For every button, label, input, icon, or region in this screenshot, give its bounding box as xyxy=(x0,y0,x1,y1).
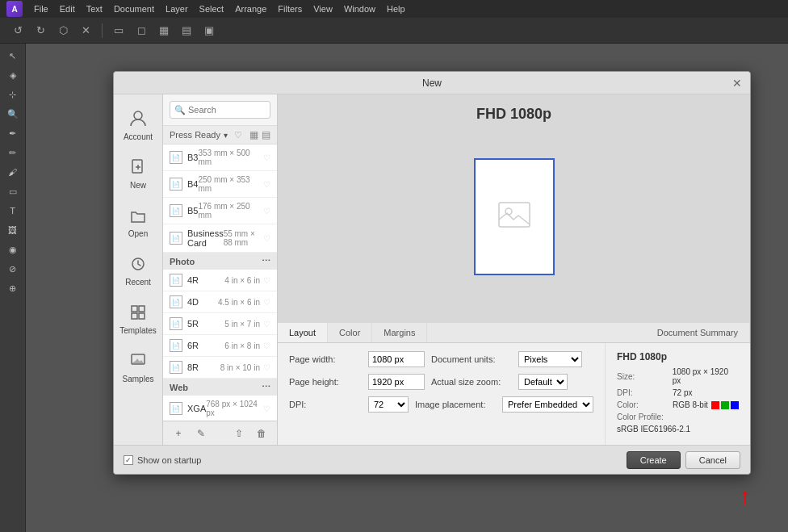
template-size-xga: 768 px × 1024 px xyxy=(206,400,260,417)
dialog-close-button[interactable]: ✕ xyxy=(731,77,744,90)
template-delete-button[interactable]: 🗑 xyxy=(253,425,270,442)
toolbar-btn-3[interactable]: ⬡ xyxy=(53,21,73,40)
template-item-4d[interactable]: 📄 4D 4.5 in × 6 in ♡ xyxy=(163,291,277,313)
template-name-b5: B5 xyxy=(187,206,198,216)
nav-samples[interactable]: Samples xyxy=(114,345,162,388)
tool-shape[interactable]: ▭ xyxy=(2,182,23,200)
category-web-icon[interactable]: ⋯ xyxy=(262,382,270,392)
toolbar-btn-9[interactable]: ▣ xyxy=(199,21,219,40)
template-add-button[interactable]: + xyxy=(170,425,187,442)
filter-icons: ▦ ▤ xyxy=(249,129,270,140)
menu-document[interactable]: Document xyxy=(109,2,159,15)
dialog-bottom-bar: ✓ Show on startup Create Cancel xyxy=(114,445,750,474)
account-icon xyxy=(127,107,149,130)
toolbar-btn-8[interactable]: ▤ xyxy=(177,21,196,40)
list-view-icon[interactable]: ▤ xyxy=(262,129,270,140)
toolbar-btn-4[interactable]: ✕ xyxy=(76,21,95,40)
toolbar-btn-6[interactable]: ◻ xyxy=(132,21,151,40)
menu-file[interactable]: File xyxy=(29,2,53,15)
menu-edit[interactable]: Edit xyxy=(55,2,80,15)
dpi-select[interactable]: 72 96 150 300 xyxy=(368,396,409,413)
tool-brush[interactable]: 🖌 xyxy=(2,163,23,181)
template-item-b3[interactable]: 📄 B3 353 mm × 500 mm ♡ xyxy=(163,145,277,171)
red-arrow-indicator: ↑ xyxy=(740,484,751,509)
nav-templates[interactable]: Templates xyxy=(114,296,162,340)
template-heart-4r[interactable]: ♡ xyxy=(263,276,270,285)
template-item-5r[interactable]: 📄 5R 5 in × 7 in ♡ xyxy=(163,313,277,335)
cancel-button[interactable]: Cancel xyxy=(685,451,740,469)
menu-layer[interactable]: Layer xyxy=(161,2,193,15)
template-item-b4[interactable]: 📄 B4 250 mm × 353 mm ♡ xyxy=(163,171,277,198)
template-heart-4d[interactable]: ♡ xyxy=(263,298,270,307)
menu-help[interactable]: Help xyxy=(382,2,410,15)
menu-window[interactable]: Window xyxy=(339,2,380,15)
tab-color[interactable]: Color xyxy=(328,323,372,342)
tool-fill[interactable]: ◉ xyxy=(2,241,23,258)
tool-pencil[interactable]: ✏ xyxy=(2,144,23,161)
tool-crop[interactable]: ⊹ xyxy=(2,86,23,103)
nav-new[interactable]: New xyxy=(114,151,162,195)
template-item-4r[interactable]: 📄 4R 4 in × 6 in ♡ xyxy=(163,270,277,291)
menu-text[interactable]: Text xyxy=(82,2,107,15)
template-heart-b4[interactable]: ♡ xyxy=(263,180,270,189)
template-heart-b3[interactable]: ♡ xyxy=(263,153,270,162)
summary-color-row: Color: RGB 8-bit xyxy=(617,400,739,409)
filter-heart-icon[interactable]: ♡ xyxy=(234,130,242,140)
template-edit-button[interactable]: ✎ xyxy=(192,425,210,442)
actual-size-zoom-select[interactable]: Default 100% 50% xyxy=(518,374,568,390)
template-heart-8r[interactable]: ♡ xyxy=(263,363,270,372)
dialog-buttons: Create Cancel xyxy=(627,451,740,469)
image-placement-select[interactable]: Prefer Embedded Prefer Linked xyxy=(502,396,593,413)
nav-open[interactable]: Open xyxy=(114,199,162,243)
tool-zoom[interactable]: 🔍 xyxy=(2,105,23,123)
menu-view[interactable]: View xyxy=(308,2,337,15)
template-heart-xga[interactable]: ♡ xyxy=(263,404,270,413)
create-button[interactable]: Create xyxy=(627,451,681,469)
template-heart-business-card[interactable]: ♡ xyxy=(263,234,270,243)
template-heart-5r[interactable]: ♡ xyxy=(263,320,270,329)
tabs-spacer xyxy=(427,323,645,342)
tool-node[interactable]: ◈ xyxy=(2,66,23,84)
template-item-xga[interactable]: 📄 XGA 768 px × 1024 px ♡ xyxy=(163,396,277,421)
template-size-business-card: 55 mm × 88 mm xyxy=(224,229,260,247)
template-item-6r[interactable]: 📄 6R 6 in × 8 in ♡ xyxy=(163,335,277,357)
toolbar-btn-1[interactable]: ↺ xyxy=(8,21,27,40)
nav-recent[interactable]: Recent xyxy=(114,248,162,291)
toolbar-btn-2[interactable]: ↻ xyxy=(31,21,50,40)
menu-select[interactable]: Select xyxy=(195,2,229,15)
summary-profile-label-row: Color Profile: xyxy=(617,413,739,421)
template-heart-6r[interactable]: ♡ xyxy=(263,341,270,350)
page-height-input[interactable] xyxy=(368,374,425,390)
template-share-button[interactable]: ⇧ xyxy=(230,425,248,442)
doc-units-select[interactable]: Pixels Millimeters Inches xyxy=(518,351,582,367)
template-icon-b5: 📄 xyxy=(170,204,182,217)
toolbar-btn-7[interactable]: ▦ xyxy=(154,21,174,40)
filter-label[interactable]: Press Ready xyxy=(170,130,220,140)
tool-pen[interactable]: ✒ xyxy=(2,124,23,142)
template-item-business-card[interactable]: 📄 Business Card 55 mm × 88 mm ♡ xyxy=(163,224,277,253)
tool-eyedropper[interactable]: ⊘ xyxy=(2,260,23,278)
nav-account-label: Account xyxy=(124,132,153,141)
search-icon: 🔍 xyxy=(174,105,186,115)
app-logo: A xyxy=(6,1,23,17)
tool-text[interactable]: T xyxy=(2,202,23,220)
page-width-input[interactable] xyxy=(368,351,425,367)
tab-margins[interactable]: Margins xyxy=(372,323,427,342)
svg-rect-5 xyxy=(132,313,137,319)
template-item-b5[interactable]: 📄 B5 176 mm × 250 mm ♡ xyxy=(163,198,277,224)
grid-view-icon[interactable]: ▦ xyxy=(249,129,258,140)
nav-account[interactable]: Account xyxy=(114,103,162,146)
category-photo-icon[interactable]: ⋯ xyxy=(262,256,270,266)
template-item-8r[interactable]: 📄 8R 8 in × 10 in ♡ xyxy=(163,357,277,379)
tool-image[interactable]: 🖼 xyxy=(2,221,23,239)
show-startup-checkbox[interactable]: ✓ xyxy=(124,455,133,465)
dialog-title: New xyxy=(422,77,442,89)
menu-filters[interactable]: Filters xyxy=(273,2,307,15)
template-heart-b5[interactable]: ♡ xyxy=(263,207,270,216)
menu-arrange[interactable]: Arrange xyxy=(230,2,271,15)
toolbar-btn-5[interactable]: ▭ xyxy=(109,21,128,40)
tab-layout[interactable]: Layout xyxy=(278,323,328,342)
tool-pointer[interactable]: ↖ xyxy=(2,47,23,65)
tool-move[interactable]: ⊕ xyxy=(2,279,23,297)
samples-icon xyxy=(127,350,149,372)
